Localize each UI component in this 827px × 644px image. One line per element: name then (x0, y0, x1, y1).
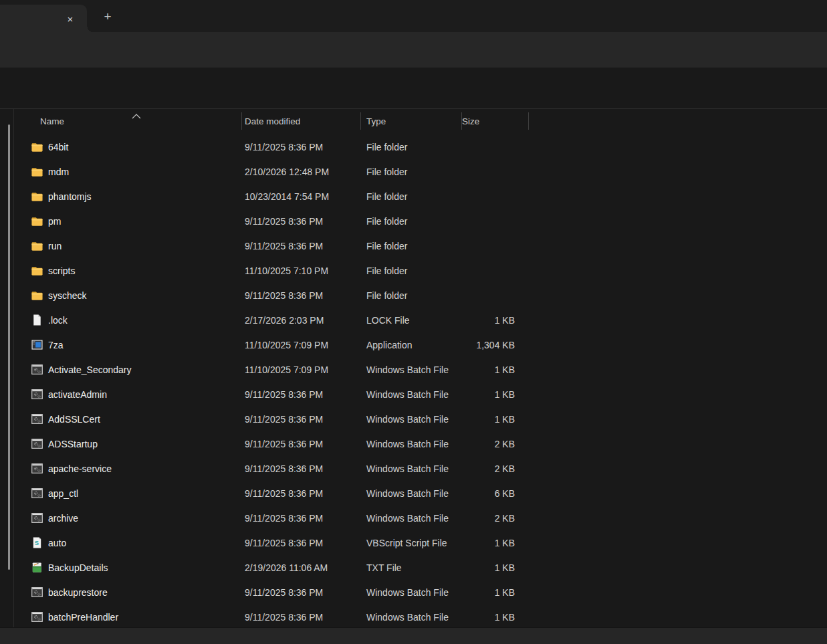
file-size: 2 KB (455, 463, 519, 474)
file-row[interactable]: batchPreHandler9/11/2025 8:36 PMWindows … (20, 605, 528, 629)
vertical-scrollbar[interactable] (8, 124, 10, 570)
txt-icon (31, 561, 43, 574)
date-modified: 2/19/2026 11:06 AM (241, 562, 360, 573)
file-row[interactable]: phantomjs10/23/2014 7:54 PMFile folder (20, 184, 528, 209)
date-modified: 2/17/2026 2:03 PM (241, 315, 360, 326)
file-size: 1 KB (455, 612, 519, 623)
file-size: 1 KB (455, 315, 519, 326)
column-resize-handle[interactable] (461, 112, 462, 130)
file-explorer-window: × + This PCLocal Disk (C:)Program FilesU… (0, 0, 827, 644)
file-icon (31, 314, 43, 326)
file-type: Windows Batch File (360, 364, 455, 375)
explorer-tab[interactable]: × (0, 5, 87, 32)
file-row[interactable]: ADSStartup9/11/2025 8:36 PMWindows Batch… (20, 431, 528, 456)
batch-icon (31, 437, 43, 450)
date-modified: 9/11/2025 8:36 PM (241, 241, 360, 251)
file-row[interactable]: run9/11/2025 8:36 PMFile folder (20, 233, 528, 258)
file-type: LOCK File (360, 315, 455, 326)
file-type: Windows Batch File (360, 463, 455, 474)
date-modified: 9/11/2025 8:36 PM (241, 389, 360, 400)
file-name: phantomjs (48, 191, 92, 202)
file-rows: 64bit9/11/2025 8:36 PMFile foldermdm2/10… (20, 134, 528, 629)
file-name: Activate_Secondary (48, 364, 132, 375)
file-type: Windows Batch File (360, 414, 455, 425)
file-size: 6 KB (455, 488, 519, 499)
column-header-date-modified[interactable]: Date modified (241, 116, 360, 126)
file-name: AddSSLCert (48, 414, 100, 425)
date-modified: 9/11/2025 8:36 PM (241, 463, 360, 474)
column-header-size[interactable]: Size (455, 116, 519, 126)
column-header-name[interactable]: Name (20, 116, 241, 126)
date-modified: 9/11/2025 8:36 PM (241, 612, 360, 623)
file-size: 1 KB (455, 538, 519, 548)
file-type: File folder (360, 241, 455, 251)
file-type: File folder (360, 265, 455, 276)
file-name: scripts (48, 265, 75, 276)
file-name: 7za (48, 340, 64, 350)
file-row[interactable]: archive9/11/2025 8:36 PMWindows Batch Fi… (20, 506, 528, 530)
file-name: auto (48, 538, 66, 548)
file-size: 1 KB (455, 389, 519, 400)
date-modified: 9/11/2025 8:36 PM (241, 513, 360, 524)
date-modified: 9/11/2025 8:36 PM (241, 488, 360, 499)
date-modified: 9/11/2025 8:36 PM (241, 414, 360, 425)
file-type: Windows Batch File (360, 587, 455, 598)
date-modified: 9/11/2025 8:36 PM (241, 290, 360, 301)
file-type: VBScript Script File (360, 538, 455, 548)
file-row[interactable]: backuprestore9/11/2025 8:36 PMWindows Ba… (20, 580, 528, 605)
column-resize-handle[interactable] (241, 112, 242, 130)
folder-icon (31, 140, 43, 153)
file-row[interactable]: .lock2/17/2026 2:03 PMLOCK File1 KB (20, 308, 528, 332)
file-row[interactable]: BackupDetails2/19/2026 11:06 AMTXT File1… (20, 555, 528, 580)
date-modified: 9/11/2025 8:36 PM (241, 142, 360, 152)
file-row[interactable]: activateAdmin9/11/2025 8:36 PMWindows Ba… (20, 382, 528, 407)
new-tab-icon[interactable]: + (100, 9, 116, 25)
file-row[interactable]: mdm2/10/2026 12:48 PMFile folder (20, 159, 528, 184)
file-row[interactable]: 7za11/10/2025 7:09 PMApplication1,304 KB (20, 332, 528, 357)
command-toolbar: A (0, 68, 827, 109)
tab-flare (87, 27, 93, 32)
file-row[interactable]: apache-service9/11/2025 8:36 PMWindows B… (20, 456, 528, 481)
file-size: 1 KB (455, 562, 519, 573)
date-modified: 9/11/2025 8:36 PM (241, 587, 360, 598)
file-row[interactable]: 64bit9/11/2025 8:36 PMFile folder (20, 134, 528, 159)
file-size: 1,304 KB (455, 340, 519, 350)
batch-icon (31, 363, 43, 376)
file-row[interactable]: AddSSLCert9/11/2025 8:36 PMWindows Batch… (20, 407, 528, 431)
folder-icon (31, 289, 43, 302)
file-type: File folder (360, 167, 455, 177)
file-type: TXT File (360, 562, 455, 573)
folder-icon (31, 215, 43, 227)
file-type: Windows Batch File (360, 612, 455, 623)
pane-divider (13, 109, 14, 627)
file-row[interactable]: pm9/11/2025 8:36 PMFile folder (20, 209, 528, 233)
file-name: backuprestore (48, 587, 108, 598)
file-row[interactable]: Sauto9/11/2025 8:36 PMVBScript Script Fi… (20, 530, 528, 555)
file-row[interactable]: syscheck9/11/2025 8:36 PMFile folder (20, 283, 528, 308)
column-resize-handle[interactable] (528, 112, 529, 130)
tab-close-icon[interactable]: × (63, 12, 78, 27)
file-name: archive (48, 513, 78, 524)
folder-icon (31, 190, 43, 203)
file-name: activateAdmin (48, 389, 107, 400)
address-bar: This PCLocal Disk (C:)Program FilesUEMS_… (0, 32, 827, 68)
folder-icon (31, 165, 43, 178)
column-resize-handle[interactable] (360, 112, 361, 130)
file-row[interactable]: scripts11/10/2025 7:10 PMFile folder (20, 258, 528, 283)
file-row[interactable]: Activate_Secondary11/10/2025 7:09 PMWind… (20, 357, 528, 382)
file-size: 1 KB (455, 364, 519, 375)
column-headers: Name Date modified Type Size (20, 110, 519, 132)
date-modified: 11/10/2025 7:09 PM (241, 340, 360, 350)
batch-icon (31, 462, 43, 475)
file-name: syscheck (48, 290, 87, 301)
file-name: 64bit (48, 142, 68, 152)
batch-icon (31, 611, 43, 623)
date-modified: 10/23/2014 7:54 PM (241, 191, 360, 202)
file-type: File folder (360, 216, 455, 227)
column-header-type[interactable]: Type (360, 116, 455, 126)
file-name: batchPreHandler (48, 612, 118, 623)
file-name: app_ctl (48, 488, 78, 499)
file-type: Windows Batch File (360, 488, 455, 499)
folder-icon (31, 264, 43, 277)
file-row[interactable]: app_ctl9/11/2025 8:36 PMWindows Batch Fi… (20, 481, 528, 506)
